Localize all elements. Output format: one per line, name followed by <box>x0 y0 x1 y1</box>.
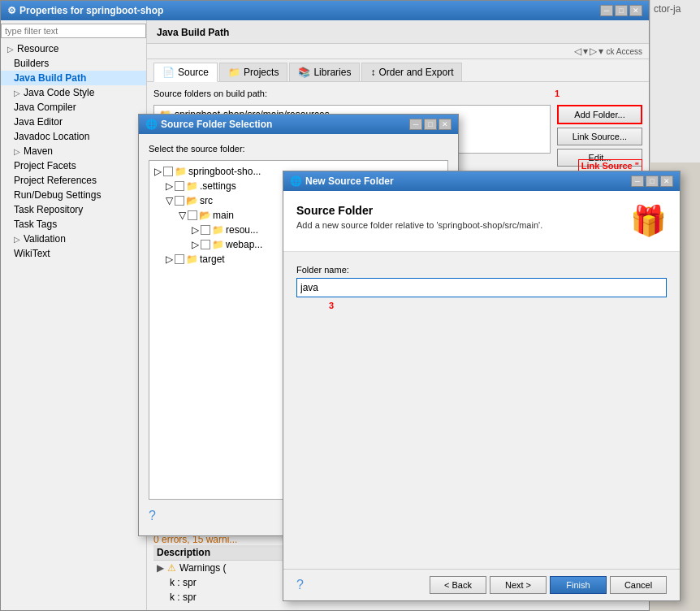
main-title-icon: ⚙ <box>7 5 16 16</box>
new-source-controls: ─ □ ✕ <box>631 176 673 187</box>
target-checkbox[interactable] <box>175 254 184 264</box>
tab-bar: 📄 Source 📁 Projects 📚 Libraries ↕ Order … <box>147 59 649 82</box>
back-arrow[interactable]: ◁ <box>574 46 581 57</box>
main-expand-icon: ▽ <box>179 210 186 221</box>
project-folder-icon: 📁 <box>175 166 187 177</box>
link-source-button[interactable]: Link Source... <box>557 128 642 145</box>
number-badge-1: 1 <box>555 89 560 98</box>
tab-libraries[interactable]: 📚 Libraries <box>289 63 360 81</box>
new-source-help-icon[interactable]: ? <box>296 578 304 592</box>
sidebar-item-javadoc[interactable]: Javadoc Location <box>1 129 146 144</box>
src-folder-icon: 📂 <box>186 195 198 206</box>
nav-separator: ▾ <box>583 46 588 57</box>
settings-checkbox[interactable] <box>175 181 184 191</box>
help-icon[interactable]: ? <box>149 509 156 523</box>
source-folder-title: 🌐 Source Folder Selection <box>145 119 272 130</box>
src-expand-icon: ▽ <box>166 195 173 206</box>
main-folder-icon: 📂 <box>199 210 211 221</box>
sidebar-item-wikitext[interactable]: WikiText <box>1 246 146 261</box>
source-folder-title-text: Source Folder Selection <box>161 119 272 130</box>
new-source-icon: 🌐 <box>290 176 302 187</box>
tab-order-export[interactable]: ↕ Order and Export <box>361 63 462 81</box>
gift-icon: 🎁 <box>630 204 667 238</box>
libraries-tab-icon: 📚 <box>298 67 310 78</box>
maximize-button[interactable]: □ <box>615 5 628 16</box>
filter-input[interactable] <box>1 24 146 38</box>
tab-projects[interactable]: 📁 Projects <box>219 63 287 81</box>
main-title-text: Properties for springboot-shop <box>19 5 163 16</box>
cancel-button[interactable]: Cancel <box>610 576 667 594</box>
partial-right-panel: ctor-ja <box>650 0 700 162</box>
new-source-body: Source Folder Add a new source folder re… <box>283 191 680 600</box>
resources-expand-icon: ▷ <box>192 224 199 236</box>
source-folder-titlebar: 🌐 Source Folder Selection ─ □ ✕ <box>139 115 458 134</box>
sf-maximize-button[interactable]: □ <box>424 119 437 130</box>
ns-maximize-button[interactable]: □ <box>646 176 659 187</box>
sidebar-item-maven[interactable]: ▷ Maven <box>1 144 146 158</box>
footer-buttons: < Back Next > Finish Cancel <box>430 576 667 594</box>
finish-button[interactable]: Finish <box>550 576 607 594</box>
sidebar-item-java-code-style[interactable]: ▷ Java Code Style <box>1 85 146 100</box>
ns-close-button[interactable]: ✕ <box>660 176 673 187</box>
sidebar: ▷ Resource Builders Java Build Path ▷ Ja… <box>1 20 147 610</box>
sidebar-item-validation[interactable]: ▷ Validation <box>1 232 146 246</box>
main-titlebar: ⚙ Properties for springboot-shop ─ □ ✕ <box>1 1 649 20</box>
webapp-expand-icon: ▷ <box>192 239 199 250</box>
nav-arrows: ◁ ▾ ▷ ▾ <box>574 46 603 57</box>
webapp-folder-icon: 📁 <box>212 239 224 250</box>
new-source-title-text: New Source Folder <box>305 176 394 187</box>
main-checkbox[interactable] <box>188 210 197 220</box>
source-folder-description: Add a new source folder relative to 'spr… <box>296 220 620 230</box>
sf-minimize-button[interactable]: ─ <box>409 119 422 130</box>
folder-name-input[interactable] <box>296 278 667 297</box>
tab-libraries-label: Libraries <box>313 67 351 78</box>
new-source-text-area: Source Folder Add a new source folder re… <box>296 204 620 230</box>
sidebar-item-resource[interactable]: ▷ Resource <box>1 41 146 56</box>
back-button[interactable]: < Back <box>430 576 486 594</box>
sidebar-item-java-editor[interactable]: Java Editor <box>1 115 146 129</box>
sidebar-item-project-references[interactable]: Project References <box>1 173 146 188</box>
partial-item: ctor-ja <box>650 0 700 18</box>
webapp-checkbox[interactable] <box>201 240 210 249</box>
warning-icon: ⚠ <box>167 562 176 574</box>
tree-checkbox[interactable] <box>163 167 173 176</box>
close-button[interactable]: ✕ <box>629 5 642 16</box>
projects-tab-icon: 📁 <box>228 67 240 78</box>
resources-checkbox[interactable] <box>201 225 210 235</box>
src-checkbox[interactable] <box>175 196 184 206</box>
new-source-folder-dialog: 🌐 New Source Folder ─ □ ✕ Source Folder … <box>283 171 681 601</box>
tab-source[interactable]: 📄 Source <box>153 63 218 82</box>
sf-close-button[interactable]: ✕ <box>439 119 452 130</box>
sidebar-item-builders[interactable]: Builders <box>1 56 146 71</box>
settings-folder-icon: 📁 <box>186 180 198 192</box>
tab-order-label: Order and Export <box>378 67 453 78</box>
action-buttons: Add Folder... Link Source... Edit... <box>557 105 642 167</box>
source-folder-controls: ─ □ ✕ <box>409 119 452 130</box>
source-folders-label: Source folders on build path: <box>153 89 267 98</box>
sidebar-item-java-build-path[interactable]: Java Build Path <box>1 71 146 85</box>
sidebar-item-java-compiler[interactable]: Java Compiler <box>1 100 146 115</box>
select-folder-label: Select the source folder: <box>149 144 448 154</box>
target-folder-icon: 📁 <box>186 254 198 265</box>
next-button[interactable]: Next > <box>490 576 547 594</box>
nav-separator2: ▾ <box>598 46 603 57</box>
forward-arrow[interactable]: ▷ <box>590 46 597 57</box>
new-source-title: 🌐 New Source Folder <box>290 176 394 187</box>
sidebar-item-project-facets[interactable]: Project Facets <box>1 158 146 173</box>
main-title: ⚙ Properties for springboot-shop <box>7 5 163 16</box>
source-tab-icon: 📄 <box>162 67 175 78</box>
source-folder-heading: Source Folder <box>296 204 620 217</box>
ns-minimize-button[interactable]: ─ <box>631 176 644 187</box>
sidebar-item-task-tags[interactable]: Task Tags <box>1 217 146 232</box>
new-source-form: Folder name: 3 <box>283 252 680 569</box>
new-source-header-area: Source Folder Add a new source folder re… <box>283 191 680 252</box>
right-header: Java Build Path <box>147 20 649 44</box>
minimize-button[interactable]: ─ <box>600 5 613 16</box>
source-folder-icon: 🌐 <box>145 119 158 130</box>
sidebar-item-run-debug[interactable]: Run/Debug Settings <box>1 188 146 202</box>
warnings-label: Warnings ( <box>179 562 227 574</box>
expand-icon[interactable]: ▶ <box>157 562 164 574</box>
sidebar-item-task-repository[interactable]: Task Repository <box>1 202 146 217</box>
add-folder-button[interactable]: Add Folder... <box>557 105 642 124</box>
resources-folder-icon: 📁 <box>212 224 224 236</box>
